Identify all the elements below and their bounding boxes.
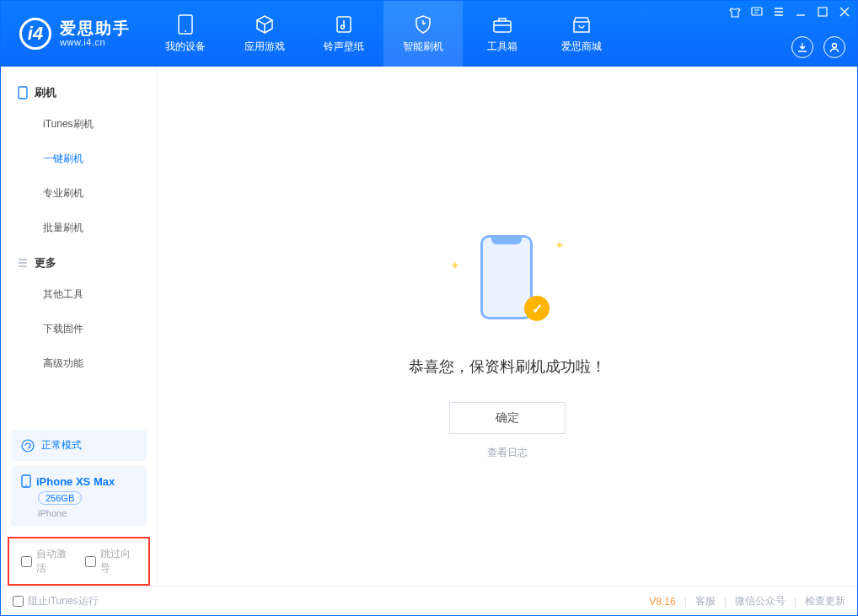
device-type: iPhone	[38, 508, 137, 518]
sparkle-icon: ✦	[555, 238, 565, 252]
feedback-icon[interactable]	[751, 6, 763, 18]
user-icon[interactable]	[823, 36, 845, 58]
svg-point-11	[25, 485, 27, 486]
link-check-update[interactable]: 检查更新	[805, 594, 845, 608]
sidebar-item-batch-flash[interactable]: 批量刷机	[1, 211, 157, 245]
logo[interactable]: i4 爱思助手 www.i4.cn	[1, 1, 146, 67]
header: i4 爱思助手 www.i4.cn 我的设备 应用游戏 铃声壁纸 智能刷机 工具…	[1, 1, 857, 67]
sidebar-group-flash: 刷机	[1, 75, 157, 107]
svg-rect-6	[818, 8, 827, 16]
skin-icon[interactable]	[729, 6, 741, 18]
svg-rect-4	[494, 21, 511, 32]
tab-ringtones[interactable]: 铃声壁纸	[304, 1, 383, 67]
tab-apps-games[interactable]: 应用游戏	[225, 1, 304, 67]
device-capacity: 256GB	[38, 491, 82, 505]
sidebar-item-advanced[interactable]: 高级功能	[1, 346, 157, 381]
tab-flash[interactable]: 智能刷机	[383, 1, 463, 67]
minimize-icon[interactable]	[795, 6, 807, 18]
shield-icon	[413, 14, 433, 35]
svg-point-9	[22, 440, 34, 452]
maximize-icon[interactable]	[817, 6, 829, 18]
store-icon	[571, 14, 592, 35]
checkbox-block-itunes[interactable]: 阻止iTunes运行	[13, 594, 99, 608]
phone-outline-icon	[18, 86, 28, 99]
cube-icon	[255, 14, 275, 35]
success-message: 恭喜您，保资料刷机成功啦！	[409, 356, 606, 377]
view-log-link[interactable]: 查看日志	[487, 446, 528, 460]
options-row: 自动激活 跳过向导	[8, 537, 150, 586]
sidebar-item-download-firmware[interactable]: 下载固件	[1, 312, 157, 346]
phone-small-icon	[21, 474, 31, 488]
sidebar-item-itunes-flash[interactable]: iTunes刷机	[1, 107, 157, 142]
link-support[interactable]: 客服	[695, 594, 716, 608]
checkbox-auto-activate[interactable]: 自动激活	[21, 547, 73, 576]
tab-store[interactable]: 爱思商城	[542, 1, 621, 67]
app-name: 爱思助手	[60, 20, 131, 38]
success-illustration: ✦ ✦ ✓	[470, 235, 544, 326]
svg-point-3	[341, 25, 345, 29]
link-wechat[interactable]: 微信公众号	[735, 594, 786, 608]
main-tabs: 我的设备 应用游戏 铃声壁纸 智能刷机 工具箱 爱思商城	[146, 1, 621, 67]
svg-rect-8	[19, 87, 27, 99]
device-name: iPhone XS Max	[36, 475, 115, 488]
content: 刷机 iTunes刷机 一键刷机 专业刷机 批量刷机 更多 其他工具 下载固件 …	[1, 67, 857, 586]
refresh-icon	[21, 439, 35, 453]
checkbox-skip-guide[interactable]: 跳过向导	[85, 547, 137, 576]
toolbox-icon	[492, 14, 512, 35]
logo-icon: i4	[19, 18, 51, 50]
mode-label: 正常模式	[41, 438, 82, 453]
sidebar-item-pro-flash[interactable]: 专业刷机	[1, 176, 157, 211]
menu-icon[interactable]	[773, 6, 785, 18]
sidebar-group-more: 更多	[1, 245, 157, 277]
main-panel: ✦ ✦ ✓ 恭喜您，保资料刷机成功啦！ 确定 查看日志	[158, 67, 857, 586]
sidebar-item-onekey-flash[interactable]: 一键刷机	[1, 142, 157, 176]
music-icon	[334, 14, 354, 35]
svg-point-7	[833, 44, 837, 48]
titlebar-controls	[729, 6, 850, 18]
close-icon[interactable]	[839, 6, 850, 18]
check-icon: ✓	[524, 296, 550, 321]
tab-my-device[interactable]: 我的设备	[146, 1, 225, 67]
sparkle-icon: ✦	[450, 259, 460, 272]
tab-toolbox[interactable]: 工具箱	[463, 1, 542, 67]
app-domain: www.i4.cn	[60, 37, 131, 47]
list-icon	[18, 258, 28, 268]
sidebar-item-other-tools[interactable]: 其他工具	[1, 277, 157, 312]
sidebar: 刷机 iTunes刷机 一键刷机 专业刷机 批量刷机 更多 其他工具 下载固件 …	[1, 67, 158, 586]
version-label: V8.16	[649, 596, 675, 608]
device-icon	[175, 14, 196, 35]
ok-button[interactable]: 确定	[449, 402, 566, 434]
download-icon[interactable]	[791, 36, 813, 58]
header-right	[791, 36, 845, 58]
statusbar: 阻止iTunes运行 V8.16 | 客服 | 微信公众号 | 检查更新	[1, 586, 857, 616]
svg-rect-5	[752, 8, 762, 15]
svg-point-1	[185, 30, 186, 32]
device-card[interactable]: iPhone XS Max 256GB iPhone	[11, 466, 147, 527]
mode-card[interactable]: 正常模式	[11, 430, 147, 461]
